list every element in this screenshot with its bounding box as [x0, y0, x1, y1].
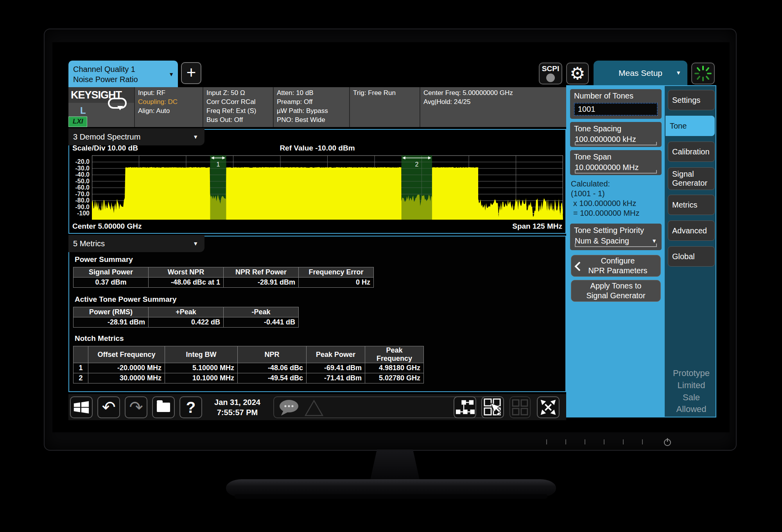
bottom-toolbar: ↶ ↷ ? Jan 31, 2024 7:55:57 PM: [68, 394, 566, 420]
apply-tones-button[interactable]: Apply Tones to Signal Generator: [571, 280, 661, 302]
metrics-window-selector[interactable]: 5 Metrics ▼: [68, 235, 204, 252]
tab-advanced[interactable]: Advanced: [668, 220, 715, 241]
calculated-line: = 100.000000 MHz: [571, 208, 640, 218]
number-of-tones-label: Number of Tones: [574, 91, 658, 100]
monitor-stand-neck: [370, 450, 420, 482]
npr-value: -48.06 dBc: [238, 363, 307, 373]
fullscreen-button[interactable]: [537, 396, 560, 418]
bezel-button-tick[interactable]: [642, 439, 643, 444]
calculated-line: x 100.000000 kHz: [571, 199, 640, 208]
col-header: -Peak: [224, 307, 299, 317]
hand-window-icon: [483, 398, 502, 417]
power-icon[interactable]: [662, 437, 673, 447]
tab-global[interactable]: Global: [668, 246, 715, 267]
bezel-button-tick[interactable]: [585, 439, 585, 444]
status-freq-ref: Freq Ref: Ext (S): [206, 107, 270, 116]
prototype-line: Prototype: [665, 367, 717, 380]
tone-spacing-control[interactable]: Tone Spacing 100.0000000 kHz: [570, 122, 662, 147]
configure-npr-line2: NPR Parameters: [588, 266, 647, 275]
prototype-notice: Prototype Limited Sale Allowed: [665, 367, 717, 416]
scpi-button[interactable]: SCPI: [539, 63, 562, 84]
scpi-led-icon: [546, 73, 555, 82]
tab-label: Settings: [672, 96, 700, 105]
tab-signal-generator[interactable]: Signal Generator: [668, 167, 715, 190]
clock: Jan 31, 2024 7:55:57 PM: [206, 397, 269, 417]
bezel-button-tick[interactable]: [565, 439, 566, 444]
configure-npr-line1: Configure: [601, 256, 635, 265]
file-explorer-button[interactable]: [152, 396, 175, 418]
spectrum-plot: 12: [92, 155, 563, 220]
col-header: +Peak: [149, 307, 224, 317]
tab-tone[interactable]: Tone: [665, 116, 715, 136]
svg-text:1: 1: [216, 161, 220, 168]
spectrum-window-selector[interactable]: 3 Demod Spectrum ▼: [68, 128, 204, 145]
y-axis-tick: -70.0: [75, 191, 90, 198]
y-axis-tick-labels: -20.0-30.0-40.0-50.0-60.0-70.0-80.0-90.0…: [69, 155, 90, 220]
col-header: Integ BW: [165, 346, 238, 363]
y-axis-tick: -60.0: [75, 184, 90, 191]
notch-index: 1: [74, 363, 88, 373]
notch-metrics-title: Notch Metrics: [75, 334, 124, 343]
bezel-button-tick[interactable]: [604, 439, 604, 444]
prototype-line: Allowed: [665, 403, 717, 416]
offset-frequency-value: 30.0000 MHz: [88, 373, 165, 383]
active-tone-title: Active Tone Power Summary: [75, 295, 176, 304]
tone-span-control[interactable]: Tone Span 10.00000000 MHz: [570, 150, 662, 175]
chat-bubble-icon[interactable]: [278, 399, 300, 417]
add-measurement-button[interactable]: +: [181, 62, 201, 84]
metrics-window[interactable]: Power Summary Signal Power Worst NPR NPR…: [68, 236, 566, 392]
tab-label: Global: [672, 252, 695, 261]
folder-icon: [157, 403, 170, 412]
meas-setup-menu-header[interactable]: Meas Setup ▼: [594, 61, 687, 85]
status-atten: Atten: 10 dB: [277, 89, 346, 98]
grid-layout-icon: [511, 399, 529, 416]
gear-icon[interactable]: ⚙: [566, 63, 589, 84]
undo-icon: ↶: [102, 399, 115, 415]
help-button[interactable]: ?: [179, 396, 202, 418]
col-header: Peak Power: [307, 346, 365, 363]
number-of-tones-control[interactable]: Number of Tones 1001: [570, 89, 662, 119]
expand-arrows-icon: [539, 398, 558, 416]
y-axis-tick: -90.0: [75, 204, 90, 211]
status-avg-hold: Avg|Hold: 24/25: [423, 98, 563, 107]
tab-settings[interactable]: Settings: [668, 90, 715, 110]
status-bar: KEYSIGHT L LXI Input: RF Coupling: DC Al…: [68, 87, 566, 127]
number-of-tones-input[interactable]: 1001: [574, 103, 658, 116]
worst-npr-value: -48.06 dBc at 1: [149, 278, 224, 288]
sequence-diagram-button[interactable]: [454, 396, 476, 418]
npr-value: -49.54 dBc: [238, 373, 307, 383]
chevron-down-icon: ▼: [193, 128, 198, 145]
tab-label: Tone: [670, 122, 687, 131]
calculated-line: Calculated:: [571, 179, 640, 189]
status-brand-cell: KEYSIGHT L LXI: [68, 87, 135, 127]
status-trigger-cell: Trig: Free Run: [350, 87, 420, 127]
meas-setup-panel: Number of Tones 1001 Tone Spacing 100.00…: [566, 85, 716, 417]
measurement-tab-line2: Noise Power Ratio: [73, 74, 173, 84]
metrics-window-title: 5 Metrics: [73, 239, 105, 248]
tab-calibration[interactable]: Calibration: [668, 142, 715, 162]
peak-power-value: -71.41 dBm: [307, 373, 365, 383]
analyzer-app: Channel Quality 1 Noise Power Ratio ▼ + …: [67, 59, 716, 420]
power-rms-value: -28.91 dBm: [74, 317, 149, 328]
notch-metrics-table: Offset Frequency Integ BW NPR Peak Power…: [73, 346, 424, 383]
measurement-tab[interactable]: Channel Quality 1 Noise Power Ratio ▼: [68, 61, 178, 87]
tab-metrics[interactable]: Metrics: [668, 195, 715, 215]
undo-button[interactable]: ↶: [97, 396, 120, 418]
bezel-button-tick[interactable]: [546, 439, 547, 444]
chevron-down-icon: ▼: [651, 238, 657, 244]
integ-bw-value: 5.10000 MHz: [165, 363, 238, 373]
busy-indicator-button[interactable]: [691, 63, 715, 84]
bezel-button-tick[interactable]: [623, 439, 624, 444]
tone-setting-priority-label: Tone Setting Priority: [574, 226, 658, 235]
table-header-row: Signal Power Worst NPR NPR Ref Power Fre…: [74, 267, 374, 278]
windows-start-button[interactable]: [70, 396, 93, 418]
status-bus-out: Bus Out: Off: [206, 116, 270, 125]
configure-npr-parameters-button[interactable]: Configure NPR Parameters: [571, 255, 661, 277]
chevron-down-icon: ▼: [169, 71, 174, 78]
tone-setting-priority-control[interactable]: Tone Setting Priority Num & Spacing ▼: [570, 224, 662, 250]
listener-indicator: L: [80, 104, 86, 117]
window-select-button[interactable]: [481, 396, 504, 418]
redo-button[interactable]: ↷: [125, 396, 147, 418]
y-axis-tick: -20.0: [75, 158, 90, 165]
window-layout-button[interactable]: [509, 396, 531, 418]
